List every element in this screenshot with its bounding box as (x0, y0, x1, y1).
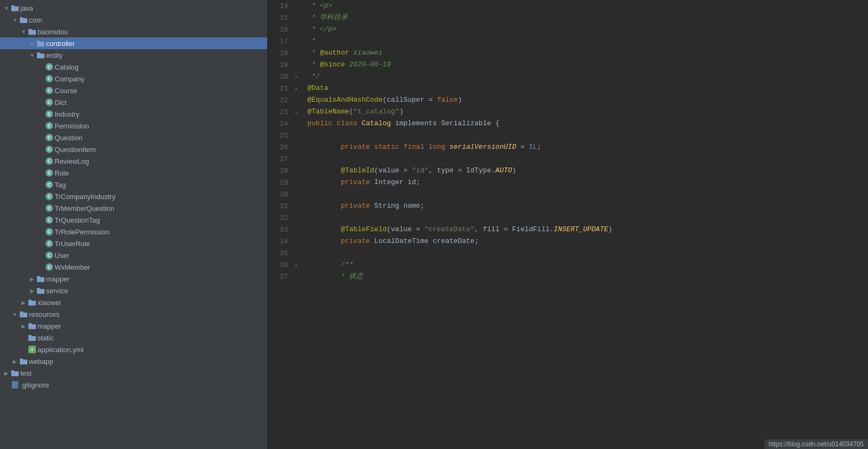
code-line: 32 (268, 212, 868, 224)
svg-rect-16 (20, 313, 27, 317)
sidebar-item-mapper2[interactable]: mapper (0, 320, 267, 332)
sidebar-item-trrolepermission[interactable]: C TrRolePermission (0, 226, 267, 238)
fold-icon[interactable]: ▾ (295, 263, 298, 269)
arrow-icon (28, 51, 36, 59)
sidebar-item-label: TrUserRole (55, 240, 90, 248)
sidebar-item-baomidou[interactable]: baomidou (0, 26, 267, 37)
sidebar-item-trcompanyindustry[interactable]: C TrCompanyIndustry (0, 191, 267, 202)
code-editor[interactable]: 14 * <p>15 * 学科目录16 * </p>17 *18 * @auth… (268, 0, 868, 449)
svg-rect-25 (11, 370, 14, 372)
sidebar-item-label: QuestionItem (55, 146, 96, 154)
sidebar-item-label: Permission (55, 122, 89, 130)
line-number: 26 (268, 141, 295, 153)
line-number: 18 (268, 47, 295, 59)
line-number: 16 (268, 24, 295, 35)
status-bar: https://blog.csdn.net/u014034705 (765, 439, 868, 449)
line-gutter (295, 153, 303, 165)
sidebar-item-gitignore[interactable]: .gitignore (0, 379, 267, 391)
fold-icon[interactable]: ▾ (295, 86, 298, 92)
line-number: 23 (268, 106, 295, 118)
line-number: 34 (268, 235, 295, 247)
class-icon: C (45, 204, 54, 212)
svg-rect-1 (11, 5, 14, 7)
folder-icon (28, 298, 36, 307)
sidebar-item-permission[interactable]: C Permission (0, 120, 267, 132)
sidebar-item-label: Company (55, 75, 85, 83)
code-line: 20▾ */ (268, 71, 868, 82)
file-tree[interactable]: java com baomidou controller entity C (0, 0, 268, 449)
sidebar-item-wxmember[interactable]: C WxMember (0, 261, 267, 273)
sidebar-item-label: application.yml (37, 346, 84, 354)
sidebar-item-entity[interactable]: entity (0, 49, 267, 61)
sidebar-item-java[interactable]: java (0, 2, 267, 14)
line-gutter (295, 12, 303, 24)
fold-icon[interactable]: ▾ (295, 74, 298, 80)
sidebar-item-service[interactable]: service (0, 285, 267, 296)
sidebar-item-dict[interactable]: C Dict (0, 96, 267, 108)
sidebar-item-catalog[interactable]: C Catalog (0, 61, 267, 73)
class-icon: C (45, 98, 54, 106)
sidebar-item-label: TrQuestionTag (55, 216, 100, 224)
sidebar-item-label: Course (55, 87, 77, 95)
sidebar-item-com[interactable]: com (0, 14, 267, 26)
code-line: 25 (268, 130, 868, 141)
class-icon: C (45, 169, 54, 177)
sidebar-item-reviewlog[interactable]: C ReviewLog (0, 155, 267, 167)
line-gutter (295, 35, 303, 47)
sidebar-item-static[interactable]: static (0, 332, 267, 344)
status-url: https://blog.csdn.net/u014034705 (769, 440, 864, 448)
code-line: 17 * (268, 35, 868, 47)
sidebar-item-truserrole[interactable]: C TrUserRole (0, 238, 267, 249)
sidebar-item-xiaowei[interactable]: xiaowei (0, 296, 267, 308)
sidebar-item-trmemberquestion[interactable]: C TrMemberQuestion (0, 202, 267, 214)
svg-rect-10 (37, 277, 44, 282)
line-number: 28 (268, 165, 295, 177)
line-gutter: ▾ (295, 106, 303, 118)
sidebar-item-mapper[interactable]: mapper (0, 273, 267, 285)
sidebar-item-user[interactable]: C User (0, 249, 267, 261)
svg-rect-3 (20, 17, 23, 19)
line-number: 27 (268, 153, 295, 165)
svg-rect-0 (11, 6, 19, 11)
line-gutter (295, 24, 303, 35)
line-number: 30 (268, 188, 295, 200)
sidebar-item-label: Tag (55, 181, 66, 189)
code-line: 21▾@Data (268, 82, 868, 94)
line-content: @EqualsAndHashCode(callSuper = false) (303, 94, 868, 106)
sidebar-item-controller[interactable]: controller (0, 37, 267, 49)
sidebar-item-resources[interactable]: resources (0, 308, 267, 320)
line-content: */ (303, 71, 868, 82)
sidebar-item-test[interactable]: test (0, 367, 267, 379)
folder-icon (36, 51, 45, 59)
sidebar-item-applicationyml[interactable]: Y application.yml (0, 344, 267, 355)
code-line: 16 * </p> (268, 24, 868, 35)
sidebar-item-label: static (37, 334, 54, 342)
arrow-icon (11, 16, 19, 24)
line-gutter: ▾ (295, 71, 303, 82)
sidebar-item-role[interactable]: C Role (0, 167, 267, 179)
sidebar-item-question[interactable]: C Question (0, 132, 267, 143)
fold-icon[interactable]: ▾ (295, 110, 298, 116)
sidebar-item-industry[interactable]: C Industry (0, 108, 267, 120)
sidebar-item-tag[interactable]: C Tag (0, 179, 267, 191)
sidebar-item-label: TrRolePermission (55, 228, 110, 236)
sidebar-item-trquestiontag[interactable]: C TrQuestionTag (0, 214, 267, 226)
line-content: * @since 2020-08-10 (303, 59, 868, 71)
svg-rect-24 (11, 371, 19, 376)
class-icon: C (45, 157, 54, 165)
sidebar-item-questionitem[interactable]: C QuestionItem (0, 143, 267, 155)
sidebar-item-course[interactable]: C Course (0, 85, 267, 96)
line-gutter (295, 59, 303, 71)
folder-icon (36, 275, 45, 283)
line-number: 14 (268, 0, 295, 12)
code-line: 18 * @author xiaowei (268, 47, 868, 59)
sidebar-item-webapp[interactable]: webapp (0, 355, 267, 367)
svg-rect-18 (28, 324, 36, 329)
folder-icon (11, 369, 19, 377)
svg-rect-21 (28, 335, 32, 337)
sidebar-item-company[interactable]: C Company (0, 73, 267, 85)
line-number: 22 (268, 94, 295, 106)
sidebar-item-label: Question (55, 134, 82, 142)
class-icon: C (45, 227, 54, 236)
svg-rect-8 (37, 54, 44, 58)
